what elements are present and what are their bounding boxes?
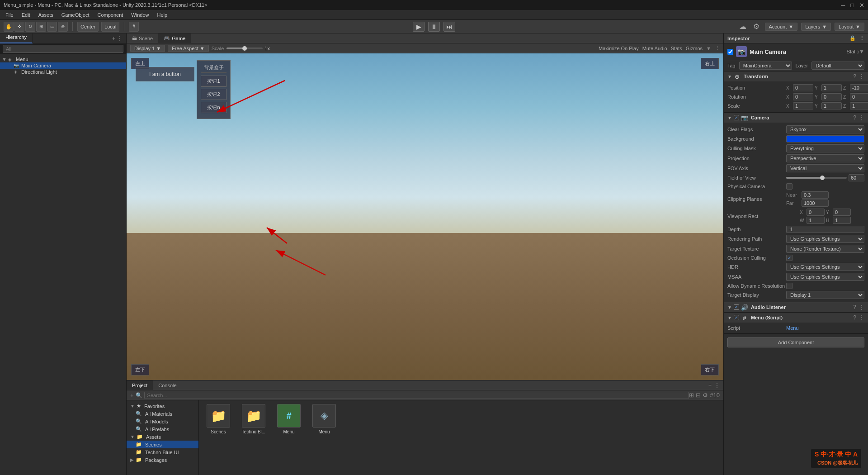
close-btn[interactable]: ✕ [859,2,864,9]
mute-audio[interactable]: Mute Audio [642,46,667,51]
pos-z[interactable] [850,84,868,91]
aspect-btn[interactable]: Free Aspect ▼ [168,45,209,52]
menu-help[interactable]: Help [153,11,171,19]
layers-btn[interactable]: Layers ▼ [801,23,831,31]
audio-help-icon[interactable]: ? [853,304,856,310]
hand-tool[interactable]: ✋ [4,22,14,32]
camera-header[interactable]: ▼ ✓ 📷 Camera ? ⋮ [724,113,868,123]
audio-listener-header[interactable]: ▼ ✓ 🔊 Audio Listener ? ⋮ [724,302,868,312]
rendering-path-select[interactable]: Use Graphics Settings [786,235,864,243]
occlusion-checkbox[interactable]: ✓ [786,255,793,261]
layer-select[interactable]: Default [811,62,864,70]
transform-tool[interactable]: ⊕ [58,22,68,32]
pivot-center-btn[interactable]: Center [77,22,99,32]
tab-console[interactable]: Console [153,380,182,390]
game-btn-2[interactable]: 按钮2 [201,89,226,100]
script-more-icon[interactable]: ⋮ [859,314,864,321]
transform-header[interactable]: ▼ ⊕ Transform ? ⋮ [724,71,868,81]
rotate-tool[interactable]: ↻ [25,22,35,32]
asset-menu-prefab[interactable]: ◈ Menu [308,404,340,434]
hdr-select[interactable]: Use Graphics Settings [786,263,864,271]
gizmos-btn[interactable]: Gizmos [686,46,703,51]
menu-edit[interactable]: Edit [18,11,34,19]
vp-y[interactable] [833,209,851,216]
rect-tool[interactable]: ▭ [47,22,57,32]
tab-project[interactable]: Project [127,380,153,390]
rot-z[interactable] [850,93,868,100]
sidebar-all-materials[interactable]: 🔍 All Materials [127,410,198,418]
physical-camera-checkbox[interactable] [786,183,793,190]
menu-gameobject[interactable]: GameObject [58,11,93,19]
move-tool[interactable]: ✜ [14,22,24,32]
vp-h[interactable] [833,217,851,224]
culling-mask-select[interactable]: Everything [786,144,864,152]
extra-btn-1[interactable]: # [129,22,139,32]
sidebar-assets-root[interactable]: ▼ 📁 Assets [127,433,198,441]
obj-name-field[interactable]: Main Camera [750,48,847,55]
fov-slider[interactable] [786,177,847,179]
camera-enable-checkbox[interactable]: ✓ [734,115,739,120]
vp-x[interactable] [807,209,825,216]
tab-game[interactable]: 🎮 Game [158,33,191,43]
scale-tool[interactable]: ⊞ [36,22,46,32]
hier-item-main-camera[interactable]: 📷 Main Camera [0,62,126,69]
script-enable-checkbox[interactable]: ✓ [734,315,739,320]
camera-more-icon[interactable]: ⋮ [859,114,864,121]
camera-help-icon[interactable]: ? [853,114,856,121]
target-display-select[interactable]: Display 1 [786,291,864,299]
far-input[interactable] [802,200,829,207]
near-input[interactable] [802,191,829,199]
pivot-local-btn[interactable]: Local [101,22,119,32]
play-button[interactable]: ▶ [413,22,425,32]
asset-menu-script[interactable]: # Menu [273,404,305,434]
fov-axis-select[interactable]: Vertical [786,164,864,172]
account-btn[interactable]: Account ▼ [765,23,798,31]
menu-file[interactable]: File [2,11,17,19]
game-btn-1[interactable]: 按钮1 [201,76,226,87]
msaa-select[interactable]: Use Graphics Settings [786,273,864,281]
tab-hierarchy[interactable]: Hierarchy [0,33,33,43]
step-button[interactable]: ⏭ [443,22,455,32]
pos-x[interactable] [793,84,813,91]
hierarchy-search-input[interactable] [3,45,123,53]
allow-dynamic-checkbox[interactable] [786,283,793,289]
vp-w[interactable] [807,217,825,224]
menu-window[interactable]: Window [127,11,152,19]
background-color-swatch[interactable] [786,135,864,142]
sidebar-all-models[interactable]: 🔍 All Models [127,418,198,425]
cloud-icon[interactable]: ☁ [738,22,748,32]
scale-x[interactable] [793,102,813,109]
game-btn-n[interactable]: 按钮n [201,102,226,113]
target-texture-select[interactable]: None (Render Texture) [786,245,864,253]
asset-search-input[interactable] [144,392,689,399]
sidebar-all-prefabs[interactable]: 🔍 All Prefabs [127,425,198,433]
bottom-add-icon[interactable]: + [708,382,712,389]
sidebar-packages[interactable]: ▶ 📁 Packages [127,456,198,464]
audio-enable-checkbox[interactable]: ✓ [734,304,739,310]
pause-button[interactable]: ⏸ [428,22,440,32]
asset-filter-icon[interactable]: ⊟ [696,392,701,399]
scale-z[interactable] [850,102,868,109]
inspector-more-icon[interactable]: ⋮ [859,35,864,41]
asset-techno-blue[interactable]: 📁 Techno Bl... [238,404,269,434]
script-help-icon[interactable]: ? [853,314,856,321]
transform-more-icon[interactable]: ⋮ [859,73,864,80]
hier-item-menu[interactable]: ▼ ◈ Menu [0,56,126,62]
asset-settings-icon[interactable]: ⚙ [703,392,708,399]
rot-y[interactable] [821,93,842,100]
minimize-btn[interactable]: ─ [841,2,845,9]
stats-btn[interactable]: Stats [671,46,682,51]
static-dropdown[interactable]: ▼ [859,48,864,55]
fov-input[interactable] [849,174,864,181]
transform-help-icon[interactable]: ? [853,73,856,80]
menu-component[interactable]: Component [94,11,127,19]
clear-flags-select[interactable]: Skybox [786,125,864,133]
pos-y[interactable] [821,84,842,91]
audio-more-icon[interactable]: ⋮ [859,304,864,310]
inspector-lock-icon[interactable]: 🔒 [849,35,856,41]
maximize-on-play[interactable]: Maximize On Play [599,46,639,51]
game-toolbar-more[interactable]: ⋮ [715,45,720,51]
tag-select[interactable]: MainCamera [739,62,792,70]
add-asset-icon[interactable]: + [130,392,134,399]
scale-y[interactable] [821,102,842,109]
